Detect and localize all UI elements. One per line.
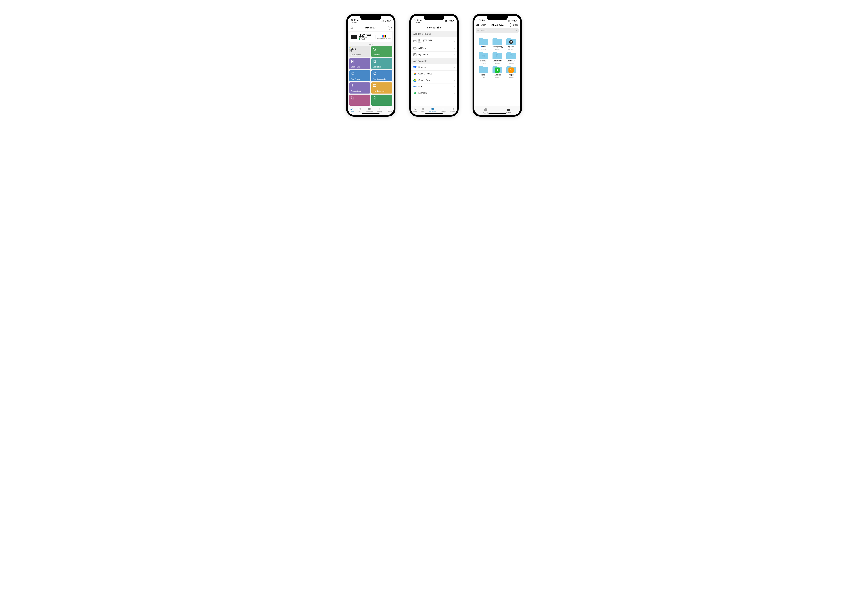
list-accounts: Dropbox›Google Photos›Google Drive›boxBo… (411, 64, 457, 96)
svg-rect-3 (383, 20, 384, 22)
location-icon: ➤ (357, 19, 359, 22)
back-button[interactable]: ‹HP Smart (476, 24, 486, 27)
status-time: 12:26 (477, 19, 483, 22)
home-indicator[interactable] (489, 113, 506, 114)
svg-point-22 (352, 86, 353, 86)
search-icon (477, 30, 479, 32)
evernote-icon (413, 91, 417, 94)
nav-bar: ‹HP Smart iCloud Drive ⋯ Close (474, 22, 520, 28)
home-indicator[interactable] (425, 113, 443, 114)
tile-mobile-fax[interactable]: Mobile Fax (371, 58, 392, 69)
row-google-photos[interactable]: Google Photos› (411, 71, 457, 77)
status-time: 12:21 (351, 19, 356, 22)
tab-home[interactable]: Home (350, 108, 354, 112)
status-bar: 12:22➤ (411, 16, 457, 22)
chevron-right-icon: › (454, 85, 455, 88)
photo-icon (413, 53, 417, 56)
tile-help-&-support[interactable]: ?Help & Support (371, 83, 392, 93)
tab-view-print[interactable]: View & Print (429, 108, 436, 112)
chevron-right-icon: › (454, 72, 455, 75)
close-button[interactable]: Close (513, 24, 518, 26)
row-box[interactable]: boxBox› (411, 84, 457, 90)
home-indicator[interactable] (362, 113, 379, 114)
svg-rect-14 (352, 72, 353, 73)
notifications-icon[interactable] (350, 26, 354, 30)
help-icon: ? (373, 84, 376, 88)
printer-card[interactable]: HP ENVY 5000 series [… Ready Estimated S… (349, 32, 392, 42)
location-icon: ➤ (483, 19, 485, 22)
tab-account[interactable]: MPAccount (450, 108, 455, 112)
folder-9to5[interactable]: 9to53 items (477, 38, 490, 50)
folder-icon (493, 52, 502, 59)
status-bar: 12:21➤ (348, 16, 394, 22)
svg-rect-21 (351, 85, 354, 87)
chevron-right-icon: › (454, 91, 455, 94)
tab-scan[interactable]: Scan (421, 108, 425, 112)
tile-printables[interactable]: Printables (371, 46, 392, 57)
tile-get-supplies[interactable]: ••••instantinkGet Supplies (349, 46, 370, 57)
tile-[interactable] (371, 94, 392, 106)
status-icons (508, 20, 517, 22)
tab-home[interactable]: Home (413, 108, 417, 112)
tab-settings[interactable]: Settings (377, 108, 382, 112)
folder-acroyoga-copy[interactable]: AcroYoga copy3 items (491, 38, 504, 50)
more-icon[interactable]: ⋯ (509, 24, 512, 27)
pager: 2 of 2 (348, 43, 394, 46)
svg-rect-33 (369, 108, 370, 109)
page-title: iCloud Drive (487, 24, 508, 27)
svg-rect-39 (445, 21, 446, 22)
chevron-right-icon: › (454, 79, 455, 81)
folder-desktop[interactable]: Desktop0 items (477, 52, 490, 64)
supply-levels[interactable]: Estimated Supply Levels (375, 35, 391, 39)
svg-rect-2 (382, 20, 383, 22)
gdrive-icon (413, 79, 417, 81)
svg-point-64 (477, 30, 479, 31)
tab-account[interactable]: MPAccount (387, 108, 392, 112)
print-photo-icon (351, 72, 354, 75)
svg-rect-66 (516, 30, 517, 31)
box-icon: box (413, 85, 417, 88)
svg-rect-52 (432, 108, 433, 109)
page-title: View & Print (413, 26, 455, 29)
folder-documents[interactable]: Documents14 items (491, 52, 504, 64)
dropbox-icon (413, 66, 417, 69)
gphotos-icon (413, 72, 417, 75)
chevron-right-icon: › (454, 47, 455, 50)
tile-smart-tasks[interactable]: Smart Tasks (349, 58, 370, 69)
svg-line-65 (478, 31, 479, 31)
folder-numbers[interactable]: ▮Numbers3 items (491, 66, 504, 78)
back-to-search[interactable]: ◂ Search (411, 22, 457, 24)
svg-rect-27 (352, 97, 354, 99)
tile-print-photos[interactable]: Print Photos (349, 70, 370, 81)
svg-rect-38 (445, 21, 445, 22)
folder-downloads[interactable]: Downloads19 items (505, 52, 518, 64)
phone-1: 12:21➤ ◂ Search HP Smart + HP ENVY 5000 … (346, 14, 396, 117)
tile-camera-scan[interactable]: Camera Scan (349, 83, 370, 93)
row-google-drive[interactable]: Google Drive› (411, 77, 457, 84)
row-evernote[interactable]: Evernote› (411, 90, 457, 96)
folder-icon (478, 52, 488, 59)
svg-rect-23 (352, 84, 353, 85)
phone-3: 12:26➤ ‹HP Smart iCloud Drive ⋯ Close Se… (472, 14, 522, 117)
folder-byword[interactable]: BByword145 items (505, 38, 518, 50)
back-to-search[interactable]: ◂ Search (348, 22, 394, 24)
tile-[interactable] (349, 94, 370, 106)
tile-print-documents[interactable]: Print Documents (371, 70, 392, 81)
folder-pages[interactable]: ✎Pages19 items (505, 66, 518, 78)
folder-fonts[interactable]: Fonts1 item (477, 66, 490, 78)
folder-icon (478, 38, 488, 45)
row-my-photos[interactable]: My Photos› (411, 52, 457, 58)
search-input[interactable]: Search (476, 28, 519, 33)
tab-view-print[interactable]: View & Print (366, 108, 373, 112)
mic-icon[interactable] (515, 30, 517, 32)
row-all-files[interactable]: All Files› (411, 45, 457, 52)
svg-rect-40 (446, 20, 446, 22)
add-button[interactable]: + (388, 26, 392, 30)
tab-settings[interactable]: Settings (441, 108, 446, 112)
folder-icon (413, 47, 417, 50)
row-hp-smart-files[interactable]: HP Smart FilesFiles: 0› (411, 37, 457, 45)
tab-scan[interactable]: Scan (358, 108, 362, 112)
row-dropbox[interactable]: Dropbox› (411, 64, 457, 71)
status-time: 12:22 (414, 19, 419, 22)
svg-rect-53 (432, 109, 433, 110)
